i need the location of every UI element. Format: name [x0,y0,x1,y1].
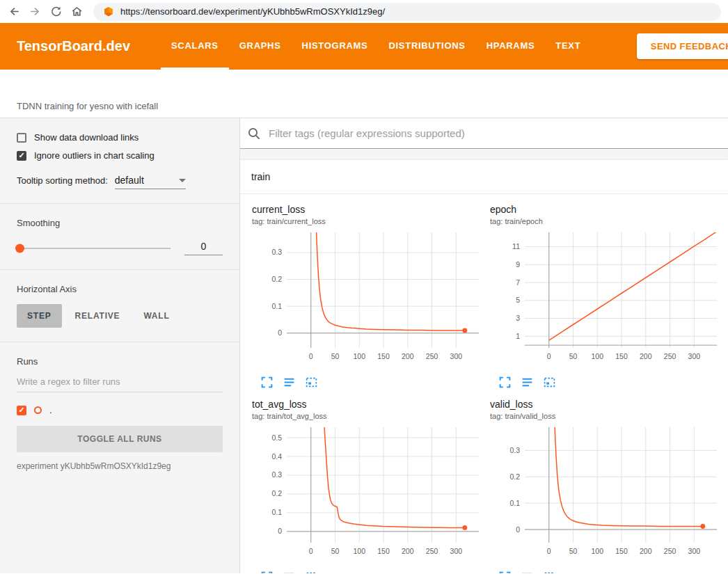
svg-text:250: 250 [426,352,438,360]
expand-chart-icon[interactable] [498,376,512,389]
tag-group-card: train current_loss tag: train/current_lo… [240,160,728,573]
chart-card-epoch: epoch tag: train/epoch 05010015020025030… [490,204,722,389]
run-checkbox[interactable] [17,406,26,415]
horizontal-axis-label: Horizontal Axis [17,284,223,294]
expand-chart-icon[interactable] [498,571,512,573]
chart-card-current-loss: current_loss tag: train/current_loss 050… [252,204,484,389]
svg-text:300: 300 [688,547,701,555]
browser-toolbar: https://tensorboard.dev/experiment/yKUbh… [0,0,728,23]
forward-button[interactable] [28,5,42,19]
svg-text:200: 200 [640,547,652,555]
svg-text:0: 0 [278,527,282,535]
svg-text:250: 250 [426,547,438,555]
nav-tabs: SCALARS GRAPHS HISTOGRAMS DISTRIBUTIONS … [161,23,591,70]
address-bar[interactable]: https://tensorboard.dev/experiment/yKUbh… [93,3,721,21]
send-feedback-button[interactable]: SEND FEEDBACK [637,33,728,59]
svg-text:0.1: 0.1 [271,302,282,310]
svg-text:300: 300 [688,352,701,360]
tag-filter-input[interactable] [267,127,728,140]
tensorboard-logo-icon [103,6,114,17]
run-row[interactable]: . [17,405,223,415]
svg-text:0.2: 0.2 [271,489,282,497]
chart-toolbar [498,376,722,389]
line-chart[interactable]: 05010015020025030000.10.20.30.40.5 [252,423,484,566]
show-download-links-checkbox[interactable] [17,133,26,143]
svg-text:250: 250 [664,352,676,360]
tooltip-sorting-value: default [115,175,144,186]
line-chart[interactable]: 0501001502002503001357911 [490,228,722,372]
line-chart[interactable]: 05010015020025030000.10.20.3 [490,423,722,566]
chart-toolbar [260,376,484,389]
svg-text:150: 150 [615,352,628,360]
svg-text:1: 1 [516,332,520,340]
svg-text:100: 100 [354,352,366,360]
svg-text:0: 0 [278,328,282,337]
svg-text:100: 100 [354,547,366,555]
expand-chart-icon[interactable] [260,571,274,573]
tab-hparams[interactable]: HPARAMS [476,23,546,70]
axis-step-button[interactable]: STEP [17,304,62,328]
tag-group-title[interactable]: train [240,160,728,194]
expand-chart-icon[interactable] [260,376,274,389]
svg-text:0.2: 0.2 [271,275,282,283]
toggle-all-runs-button[interactable]: TOGGLE ALL RUNS [17,426,223,452]
svg-text:50: 50 [331,352,340,360]
smoothing-slider-thumb[interactable] [15,244,24,253]
tab-histograms[interactable]: HISTOGRAMS [292,23,379,70]
data-table-icon[interactable] [521,571,534,573]
svg-text:9: 9 [516,260,520,269]
data-table-icon[interactable] [283,571,296,573]
ignore-outliers-checkbox[interactable] [17,151,26,161]
svg-text:0.2: 0.2 [509,472,520,481]
tab-graphs[interactable]: GRAPHS [229,23,292,70]
reload-button[interactable] [49,5,63,19]
ignore-outliers-label: Ignore outliers in chart scaling [34,150,155,161]
chart-title: valid_loss [490,399,722,410]
svg-text:50: 50 [569,352,578,360]
data-table-icon[interactable] [283,376,296,389]
tab-scalars[interactable]: SCALARS [161,23,229,70]
svg-text:0: 0 [516,525,520,534]
svg-text:0: 0 [309,547,313,555]
svg-text:5: 5 [516,296,520,304]
svg-text:0.4: 0.4 [271,452,282,461]
axis-relative-button[interactable]: RELATIVE [65,304,131,328]
svg-text:150: 150 [615,547,628,555]
axis-wall-button[interactable]: WALL [133,304,180,328]
tab-distributions[interactable]: DISTRIBUTIONS [378,23,475,70]
run-color-ring-icon[interactable] [34,406,42,414]
home-button[interactable] [70,5,84,19]
line-chart[interactable]: 05010015020025030000.10.20.3 [252,228,484,372]
ignore-outliers-row[interactable]: Ignore outliers in chart scaling [17,150,223,161]
charts-grid: current_loss tag: train/current_loss 050… [240,194,728,573]
tooltip-sorting-dropdown[interactable]: default [115,175,186,189]
back-arrow-icon [8,5,21,18]
home-icon [70,5,84,18]
svg-text:100: 100 [592,547,604,555]
app-title: TensorBoard.dev [17,38,130,54]
show-download-links-row[interactable]: Show data download links [17,132,223,143]
chevron-down-icon [179,179,186,182]
chart-title: epoch [490,204,722,215]
data-table-icon[interactable] [521,376,534,389]
smoothing-slider[interactable] [17,248,171,249]
svg-text:50: 50 [331,547,340,555]
svg-text:0.3: 0.3 [271,470,282,479]
back-button[interactable] [7,5,21,19]
runs-filter-input[interactable] [17,376,223,392]
experiment-description: TDNN training for yesno with icefall [17,101,158,111]
svg-text:0: 0 [309,352,313,360]
tab-text[interactable]: TEXT [545,23,591,70]
forward-arrow-icon [29,5,42,18]
svg-text:300: 300 [450,352,463,360]
fit-domain-icon[interactable] [543,571,556,573]
runs-label: Runs [17,356,223,367]
smoothing-value[interactable]: 0 [184,241,223,255]
fit-domain-icon[interactable] [543,376,556,389]
smoothing-row: 0 [17,241,223,255]
run-label[interactable]: . [49,405,52,415]
svg-text:0.3: 0.3 [271,248,282,256]
fit-domain-icon[interactable] [305,376,318,389]
fit-domain-icon[interactable] [305,571,318,573]
chart-toolbar [260,571,484,573]
